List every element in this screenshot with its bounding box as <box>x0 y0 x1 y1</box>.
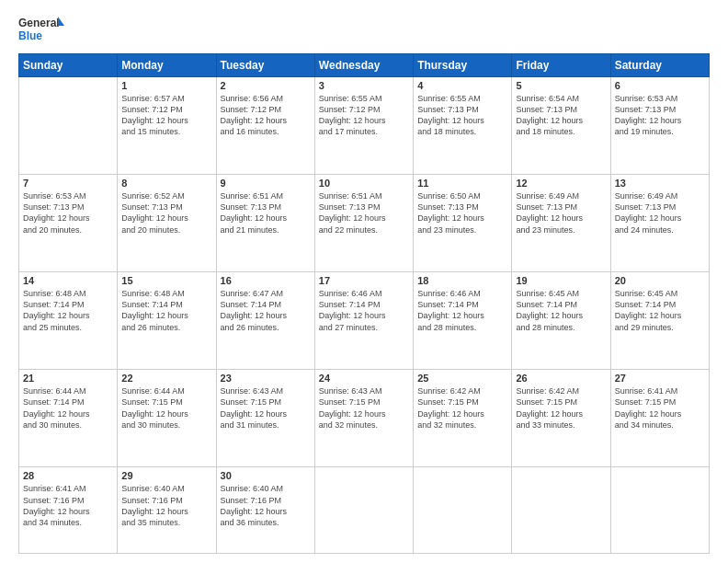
page: General Blue SundayMondayTuesdayWednesda… <box>0 0 728 563</box>
calendar-cell: 25Sunrise: 6:42 AM Sunset: 7:15 PM Dayli… <box>414 370 512 467</box>
col-header-tuesday: Tuesday <box>216 54 314 77</box>
calendar-cell: 12Sunrise: 6:49 AM Sunset: 7:13 PM Dayli… <box>512 175 610 272</box>
day-info: Sunrise: 6:44 AM Sunset: 7:15 PM Dayligh… <box>121 385 211 431</box>
calendar-cell: 15Sunrise: 6:48 AM Sunset: 7:14 PM Dayli… <box>118 272 216 370</box>
day-info: Sunrise: 6:54 AM Sunset: 7:13 PM Dayligh… <box>516 93 606 138</box>
day-number: 10 <box>319 178 409 189</box>
calendar-cell: 17Sunrise: 6:46 AM Sunset: 7:14 PM Dayli… <box>314 272 413 370</box>
calendar-cell: 28Sunrise: 6:41 AM Sunset: 7:16 PM Dayli… <box>19 467 118 554</box>
day-number: 26 <box>516 373 606 384</box>
calendar-cell: 11Sunrise: 6:50 AM Sunset: 7:13 PM Dayli… <box>414 175 512 272</box>
day-number: 28 <box>23 470 113 481</box>
calendar-cell: 29Sunrise: 6:40 AM Sunset: 7:16 PM Dayli… <box>118 467 216 554</box>
day-number: 17 <box>319 275 409 286</box>
day-number: 23 <box>221 373 311 384</box>
day-info: Sunrise: 6:44 AM Sunset: 7:14 PM Dayligh… <box>23 385 113 431</box>
calendar-cell: 13Sunrise: 6:49 AM Sunset: 7:13 PM Dayli… <box>610 175 709 272</box>
day-number: 4 <box>417 80 507 91</box>
day-info: Sunrise: 6:52 AM Sunset: 7:13 PM Dayligh… <box>121 190 211 236</box>
day-info: Sunrise: 6:43 AM Sunset: 7:15 PM Dayligh… <box>221 385 311 431</box>
col-header-sunday: Sunday <box>19 54 118 77</box>
day-info: Sunrise: 6:56 AM Sunset: 7:12 PM Dayligh… <box>221 93 311 138</box>
day-info: Sunrise: 6:40 AM Sunset: 7:16 PM Dayligh… <box>121 483 211 528</box>
day-info: Sunrise: 6:49 AM Sunset: 7:13 PM Dayligh… <box>516 190 606 236</box>
calendar-header-row: SundayMondayTuesdayWednesdayThursdayFrid… <box>19 54 710 77</box>
calendar-cell: 16Sunrise: 6:47 AM Sunset: 7:14 PM Dayli… <box>216 272 314 370</box>
day-info: Sunrise: 6:53 AM Sunset: 7:13 PM Dayligh… <box>23 190 113 236</box>
calendar-cell: 26Sunrise: 6:42 AM Sunset: 7:15 PM Dayli… <box>512 370 610 467</box>
calendar-table: SundayMondayTuesdayWednesdayThursdayFrid… <box>18 53 710 554</box>
day-info: Sunrise: 6:43 AM Sunset: 7:15 PM Dayligh… <box>319 385 409 431</box>
calendar-cell: 9Sunrise: 6:51 AM Sunset: 7:13 PM Daylig… <box>216 175 314 272</box>
day-number: 2 <box>221 80 311 91</box>
calendar-cell: 27Sunrise: 6:41 AM Sunset: 7:15 PM Dayli… <box>610 370 709 467</box>
day-info: Sunrise: 6:41 AM Sunset: 7:15 PM Dayligh… <box>615 385 705 431</box>
calendar-week-1: 7Sunrise: 6:53 AM Sunset: 7:13 PM Daylig… <box>19 175 710 272</box>
day-number: 5 <box>516 80 606 91</box>
day-info: Sunrise: 6:45 AM Sunset: 7:14 PM Dayligh… <box>516 288 606 333</box>
calendar-week-3: 21Sunrise: 6:44 AM Sunset: 7:14 PM Dayli… <box>19 370 710 467</box>
day-number: 22 <box>121 373 211 384</box>
day-info: Sunrise: 6:42 AM Sunset: 7:15 PM Dayligh… <box>516 385 606 431</box>
day-number: 30 <box>221 470 311 481</box>
day-number: 3 <box>319 80 409 91</box>
day-number: 12 <box>516 178 606 189</box>
calendar-cell: 18Sunrise: 6:46 AM Sunset: 7:14 PM Dayli… <box>414 272 512 370</box>
calendar-cell <box>314 467 413 554</box>
logo-svg: General Blue <box>18 15 64 44</box>
svg-text:Blue: Blue <box>18 29 42 42</box>
day-number: 20 <box>615 275 705 286</box>
day-number: 8 <box>121 178 211 189</box>
calendar-cell: 30Sunrise: 6:40 AM Sunset: 7:16 PM Dayli… <box>216 467 314 554</box>
calendar-week-2: 14Sunrise: 6:48 AM Sunset: 7:14 PM Dayli… <box>19 272 710 370</box>
calendar-cell <box>414 467 512 554</box>
day-info: Sunrise: 6:46 AM Sunset: 7:14 PM Dayligh… <box>417 288 507 333</box>
day-info: Sunrise: 6:51 AM Sunset: 7:13 PM Dayligh… <box>319 190 409 236</box>
calendar-cell: 7Sunrise: 6:53 AM Sunset: 7:13 PM Daylig… <box>19 175 118 272</box>
day-number: 6 <box>615 80 705 91</box>
day-info: Sunrise: 6:40 AM Sunset: 7:16 PM Dayligh… <box>221 483 311 528</box>
calendar-cell: 19Sunrise: 6:45 AM Sunset: 7:14 PM Dayli… <box>512 272 610 370</box>
svg-text:General: General <box>18 17 60 29</box>
col-header-friday: Friday <box>512 54 610 77</box>
calendar-cell: 5Sunrise: 6:54 AM Sunset: 7:13 PM Daylig… <box>512 77 610 175</box>
calendar-week-0: 1Sunrise: 6:57 AM Sunset: 7:12 PM Daylig… <box>19 77 710 175</box>
calendar-cell: 10Sunrise: 6:51 AM Sunset: 7:13 PM Dayli… <box>314 175 413 272</box>
calendar-cell: 21Sunrise: 6:44 AM Sunset: 7:14 PM Dayli… <box>19 370 118 467</box>
col-header-thursday: Thursday <box>414 54 512 77</box>
day-info: Sunrise: 6:49 AM Sunset: 7:13 PM Dayligh… <box>615 190 705 236</box>
calendar-cell: 2Sunrise: 6:56 AM Sunset: 7:12 PM Daylig… <box>216 77 314 175</box>
calendar-cell: 20Sunrise: 6:45 AM Sunset: 7:14 PM Dayli… <box>610 272 709 370</box>
day-info: Sunrise: 6:46 AM Sunset: 7:14 PM Dayligh… <box>319 288 409 333</box>
day-number: 9 <box>221 178 311 189</box>
day-number: 24 <box>319 373 409 384</box>
calendar-cell: 24Sunrise: 6:43 AM Sunset: 7:15 PM Dayli… <box>314 370 413 467</box>
col-header-saturday: Saturday <box>610 54 709 77</box>
calendar-cell: 23Sunrise: 6:43 AM Sunset: 7:15 PM Dayli… <box>216 370 314 467</box>
day-info: Sunrise: 6:53 AM Sunset: 7:13 PM Dayligh… <box>615 93 705 138</box>
day-number: 14 <box>23 275 113 286</box>
col-header-monday: Monday <box>118 54 216 77</box>
calendar-cell: 4Sunrise: 6:55 AM Sunset: 7:13 PM Daylig… <box>414 77 512 175</box>
logo: General Blue <box>18 15 64 44</box>
calendar-cell: 8Sunrise: 6:52 AM Sunset: 7:13 PM Daylig… <box>118 175 216 272</box>
calendar-cell <box>610 467 709 554</box>
day-number: 13 <box>615 178 705 189</box>
calendar-week-4: 28Sunrise: 6:41 AM Sunset: 7:16 PM Dayli… <box>19 467 710 554</box>
day-number: 27 <box>615 373 705 384</box>
day-number: 21 <box>23 373 113 384</box>
day-info: Sunrise: 6:41 AM Sunset: 7:16 PM Dayligh… <box>23 483 113 528</box>
day-info: Sunrise: 6:51 AM Sunset: 7:13 PM Dayligh… <box>221 190 311 236</box>
calendar-cell: 1Sunrise: 6:57 AM Sunset: 7:12 PM Daylig… <box>118 77 216 175</box>
calendar-cell: 6Sunrise: 6:53 AM Sunset: 7:13 PM Daylig… <box>610 77 709 175</box>
day-number: 29 <box>121 470 211 481</box>
calendar-cell: 14Sunrise: 6:48 AM Sunset: 7:14 PM Dayli… <box>19 272 118 370</box>
day-number: 16 <box>221 275 311 286</box>
day-info: Sunrise: 6:45 AM Sunset: 7:14 PM Dayligh… <box>615 288 705 333</box>
day-info: Sunrise: 6:55 AM Sunset: 7:13 PM Dayligh… <box>417 93 507 138</box>
calendar-cell: 3Sunrise: 6:55 AM Sunset: 7:12 PM Daylig… <box>314 77 413 175</box>
day-info: Sunrise: 6:55 AM Sunset: 7:12 PM Dayligh… <box>319 93 409 138</box>
day-number: 19 <box>516 275 606 286</box>
calendar-cell <box>512 467 610 554</box>
day-number: 18 <box>417 275 507 286</box>
